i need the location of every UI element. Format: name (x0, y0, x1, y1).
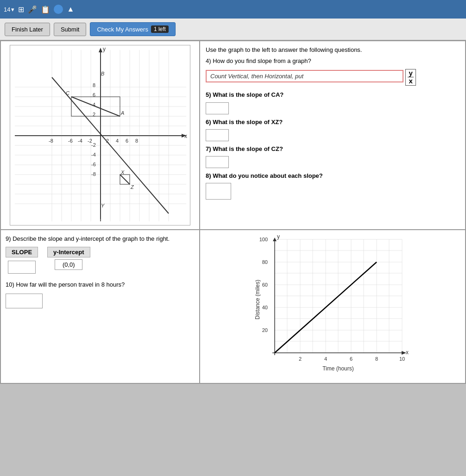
q8-answer-box[interactable] (206, 183, 231, 200)
q4-answer-input[interactable] (206, 70, 403, 82)
svg-text:8: 8 (375, 356, 378, 362)
triangle-icon[interactable]: ▲ (67, 5, 74, 13)
q7-label: 7) What is the slope of CZ? (206, 145, 460, 153)
y-axis-label: y (103, 46, 106, 52)
point-Y-label: Y (101, 203, 105, 208)
questions-cell: Use the graph to the left to answer the … (200, 41, 466, 230)
finish-later-button[interactable]: Finish Later (5, 23, 50, 36)
answers-left-badge: 1 left (151, 25, 169, 33)
slope-header: SLOPE (6, 247, 38, 257)
svg-text:4: 4 (116, 138, 119, 144)
svg-text:-8: -8 (49, 138, 53, 144)
svg-text:10: 10 (399, 356, 405, 362)
bottom-left-cell: 9) Describe the slope and y-intercept of… (0, 230, 200, 383)
q7-answer-box[interactable] (206, 156, 229, 168)
q10-answer-box[interactable] (6, 294, 43, 308)
svg-text:8: 8 (135, 138, 138, 144)
fraction: y x (405, 69, 416, 86)
svg-text:80: 80 (262, 259, 268, 265)
coordinate-graph-cell: y x -8 -6 -4 -2 2 4 6 8 8 6 4 2 -2 -4 -6… (0, 41, 200, 230)
y-axis-arrow (99, 48, 102, 52)
point-Z-label: Z (130, 184, 134, 190)
q10-label: 10) How far will the person travel in 8 … (6, 281, 195, 289)
q5-label: 5) What is the slope of CA? (206, 91, 460, 99)
intercept-value: (0,0) (55, 259, 82, 270)
line-XZ (120, 175, 130, 184)
svg-text:60: 60 (262, 282, 268, 288)
q8-label: 8) What do you notice about each slope? (206, 172, 460, 180)
svg-text:6: 6 (126, 138, 128, 144)
q4-label: 4) How do you find slope from a graph? (206, 57, 460, 65)
action-bar: Finish Later Submit Check My Answers 1 l… (0, 19, 466, 40)
point-A-label: A (120, 110, 124, 116)
svg-text:20: 20 (262, 327, 268, 333)
submit-button[interactable]: Submit (54, 23, 86, 36)
intercept-header: y-Intercept (47, 247, 90, 257)
main-content: y x -8 -6 -4 -2 2 4 6 8 8 6 4 2 -2 -4 -6… (0, 40, 466, 384)
check-my-answers-button[interactable]: Check My Answers 1 left (90, 22, 176, 36)
mic-icon[interactable]: 🎤 (28, 5, 37, 14)
svg-text:-4: -4 (91, 152, 96, 157)
slope-col: SLOPE (6, 247, 38, 275)
toolbar: 14▾ ⊞ 🎤 📋 ▲ (0, 0, 466, 19)
q9-label: 9) Describe the slope and y-intercept of… (6, 235, 195, 243)
svg-text:x: x (406, 349, 409, 356)
coordinate-graph: y x -8 -6 -4 -2 2 4 6 8 8 6 4 2 -2 -4 -6… (10, 45, 190, 225)
svg-text:-6: -6 (68, 138, 73, 144)
q5-answer-box[interactable] (206, 102, 229, 114)
svg-text:y: y (277, 235, 280, 240)
point-C-label: C (66, 90, 69, 96)
distance-graph: 100 80 60 40 20 2 4 6 8 10 Distance (mil… (254, 235, 411, 378)
point-B-label: B (101, 71, 104, 76)
svg-text:-2: -2 (91, 142, 96, 148)
grid-icon[interactable]: ⊞ (18, 5, 24, 14)
slope-answer-box[interactable] (8, 261, 36, 274)
instructions-text: Use the graph to the left to answer the … (206, 46, 460, 54)
svg-text:40: 40 (262, 305, 268, 310)
svg-text:2: 2 (299, 356, 302, 362)
q6-label: 6) What is the slope of XZ? (206, 118, 460, 126)
grade-selector[interactable]: 14▾ (4, 6, 14, 13)
q6-answer-box[interactable] (206, 129, 229, 141)
square-icon[interactable] (54, 5, 63, 14)
svg-text:8: 8 (93, 82, 95, 88)
x-axis-label: x (184, 133, 187, 139)
svg-text:6: 6 (350, 356, 353, 362)
svg-text:-6: -6 (91, 162, 96, 167)
intercept-col: y-Intercept (0,0) (47, 247, 90, 275)
svg-text:-8: -8 (91, 171, 96, 177)
svg-text:Distance (miles): Distance (miles) (254, 280, 261, 319)
point-X-label: X (120, 169, 125, 175)
svg-text:-4: -4 (78, 138, 82, 144)
svg-text:Time (hours): Time (hours) (322, 365, 354, 372)
svg-text:4: 4 (324, 356, 327, 362)
svg-text:100: 100 (259, 237, 268, 242)
notes-icon[interactable]: 📋 (41, 5, 50, 14)
slope-intercept-row: SLOPE y-Intercept (0,0) (6, 247, 195, 275)
distance-graph-cell: 100 80 60 40 20 2 4 6 8 10 Distance (mil… (200, 230, 466, 383)
